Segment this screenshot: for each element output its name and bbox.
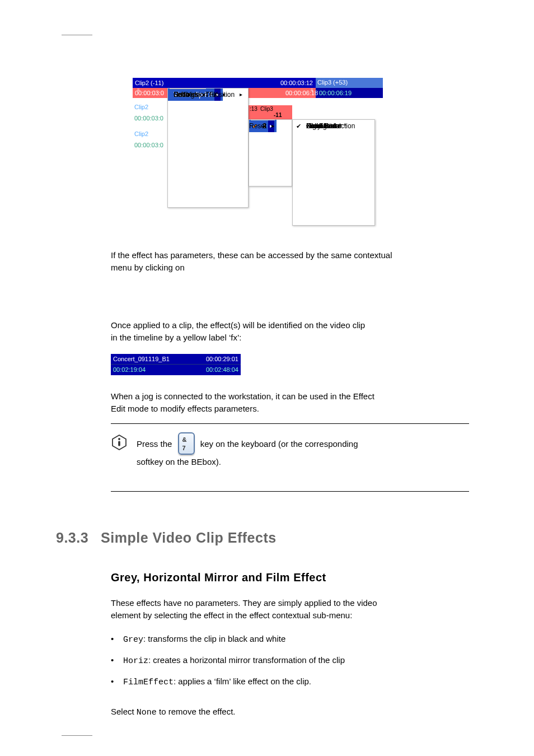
clip-name: Concert_091119_B1 [113, 354, 170, 365]
divider [111, 491, 469, 492]
clip-tc-in: 00:02:19:04 [113, 365, 146, 375]
paragraph: When a jog is connected to the workstati… [111, 390, 469, 415]
fx-type-submenu: None ✔Grey Horiz mirror FilmEffect Color… [292, 119, 375, 226]
clip2-tc: 00:00:03:12 [279, 78, 315, 87]
svg-point-1 [118, 438, 120, 440]
screenshot-clip-bar: Concert_091119_B1 00:00:29:01 00:02:19:0… [111, 354, 241, 375]
track-tc: 00:00:03:0 [134, 142, 163, 148]
screenshot-contextual-menu: Clip2 (-11) 00:00:03:12 Clip3 (+53) 00:0… [133, 78, 383, 226]
paragraph: These effects have no parameters. They a… [111, 597, 469, 622]
clip3-header: Clip3 (+53) [316, 78, 383, 88]
overlay-offset: -11 [274, 112, 282, 118]
track-label: Clip2 [134, 104, 148, 110]
context-menu: Clip▸ Speed▸ Video clip FX▸ Conversion F… [167, 88, 249, 208]
fx-reset[interactable]: Reset [249, 120, 277, 132]
paragraph: Once applied to a clip, the effect(s) wi… [111, 319, 469, 344]
divider [111, 423, 469, 424]
grip-icon: ≡ [137, 87, 139, 92]
svg-rect-2 [118, 441, 120, 446]
clip3-tc-a: 00:00:06:18 [284, 88, 320, 97]
subsection-heading: Grey, Horizontal Mirror and Film Effect [111, 571, 326, 584]
track-label: Clip2 [134, 130, 148, 137]
chevron-right-icon: ▸ [240, 88, 242, 101]
chevron-right-icon: ▸ [203, 88, 205, 101]
paragraph: Select None to remove the effect. [111, 706, 469, 719]
fx-slot-submenu: ✔1▸ 2▸ 3▸ 4▸ Reset [249, 119, 292, 186]
overlay-name: Clip3 [260, 106, 273, 112]
clip2-label: Clip2 (-11) [133, 78, 165, 87]
clip3-tc-b: 00:00:06:19 [317, 88, 353, 97]
note-icon [111, 434, 128, 453]
paragraph: If the effect has parameters, these can … [111, 249, 469, 274]
section-heading: 9.3.3Simple Video Clip Effects [56, 530, 277, 546]
note-text: Press the & 7 key on the keyboard (or th… [137, 433, 469, 469]
key-ampersand-7-icon: & 7 [178, 432, 195, 455]
effect-list: •Grey: transforms the clip in black and … [111, 633, 469, 688]
overlay-tc: :13 [250, 106, 257, 112]
clip-tc-out: 00:02:48:04 [206, 365, 238, 375]
track-tc: 00:00:03:0 [134, 115, 163, 122]
menu-item-settings[interactable]: Settings▸ [168, 88, 208, 101]
fx-zoomlinear[interactable]: ZoomLinear * [293, 120, 357, 132]
grip-icon: ≡ [311, 87, 313, 92]
clip-duration: 00:00:29:01 [206, 354, 238, 365]
